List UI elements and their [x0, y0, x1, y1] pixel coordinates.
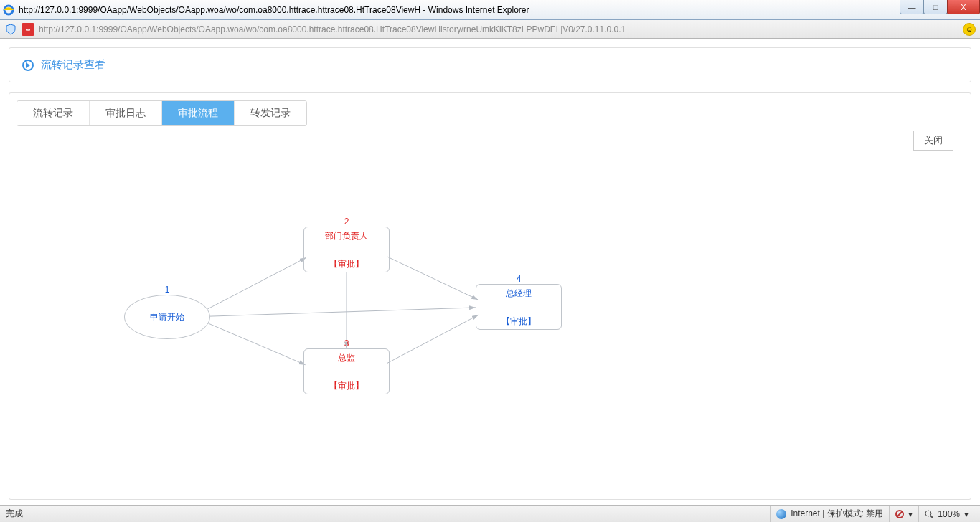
window-title: http://127.0.0.1:9999/OAapp/WebObjects/O… — [19, 5, 529, 15]
tab-1[interactable]: 审批日志 — [90, 101, 162, 125]
flow-node-action: 【审批】 — [304, 258, 389, 270]
svg-point-9 — [925, 511, 931, 516]
tab-2[interactable]: 审批流程 — [162, 101, 235, 125]
zoom-dropdown-icon[interactable]: ▾ — [964, 509, 969, 519]
flow-node-label: 总监 — [338, 352, 355, 364]
flow-node-action: 【审批】 — [476, 315, 561, 328]
tab-3[interactable]: 转发记录 — [235, 101, 306, 125]
maximize-button[interactable]: □ — [923, 0, 948, 14]
address-bar: ∞ http://127.0.0.1:9999/OAapp/WebObjects… — [0, 20, 980, 39]
svg-line-8 — [897, 511, 903, 517]
flow-node-label: 总经理 — [506, 288, 532, 300]
page-content: 流转记录查看 流转记录审批日志审批流程转发记录 关闭 1申请开始2部门负责人【审… — [0, 39, 980, 505]
tab-bar: 流转记录审批日志审批流程转发记录 — [17, 100, 307, 126]
window-title-app: - Windows Internet Explorer — [420, 5, 529, 15]
site-favicon-icon: ∞ — [22, 23, 34, 36]
panel-title: 流转记录查看 — [41, 58, 105, 72]
zoom-icon — [925, 510, 933, 518]
close-window-button[interactable]: X — [947, 0, 980, 14]
globe-icon — [776, 509, 786, 519]
svg-line-4 — [387, 257, 478, 300]
flow-node-number: 1 — [124, 285, 210, 295]
tab-0[interactable]: 流转记录 — [17, 101, 90, 125]
flow-node-label: 申请开始 — [150, 311, 184, 323]
panel-header: 流转记录查看 — [9, 47, 971, 82]
status-zone: Internet | 保护模式: 禁用 — [791, 508, 883, 520]
svg-line-5 — [387, 315, 479, 364]
flow-node-1[interactable]: 1申请开始 — [124, 295, 210, 339]
protected-mode-icon — [895, 510, 904, 518]
ie-icon — [3, 4, 14, 16]
status-zoom: 100% — [938, 509, 960, 519]
svg-line-10 — [930, 516, 933, 518]
flow-node-number: 4 — [476, 274, 562, 284]
flow-node-4[interactable]: 4总经理【审批】 — [476, 284, 562, 330]
play-circle-icon — [22, 60, 34, 71]
flow-node-number: 2 — [303, 217, 390, 227]
svg-line-1 — [207, 257, 306, 309]
svg-line-3 — [210, 308, 476, 316]
flow-node-2[interactable]: 2部门负责人【审批】 — [303, 227, 390, 272]
flow-node-action: 【审批】 — [304, 380, 389, 392]
minimize-button[interactable]: — — [900, 0, 924, 14]
content-card: 流转记录审批日志审批流程转发记录 关闭 1申请开始2部门负责人【审批】3总监【审… — [9, 92, 971, 500]
svg-line-2 — [208, 323, 305, 365]
flow-node-number: 3 — [303, 338, 390, 348]
status-left: 完成 — [6, 508, 23, 520]
flow-node-label: 部门负责人 — [325, 230, 368, 242]
security-shield-icon[interactable] — [4, 23, 17, 36]
smiley-icon[interactable]: ☺ — [963, 23, 976, 36]
flow-node-3[interactable]: 3总监【审批】 — [303, 348, 390, 394]
window-title-url: http://127.0.0.1:9999/OAapp/WebObjects/O… — [19, 5, 420, 15]
window-titlebar: http://127.0.0.1:9999/OAapp/WebObjects/O… — [0, 0, 980, 20]
status-bar: 完成 Internet | 保护模式: 禁用 ▾ 100% ▾ — [0, 505, 980, 522]
address-url[interactable]: http://127.0.0.1:9999/OAapp/WebObjects/O… — [39, 24, 958, 34]
status-gap: ▾ — [908, 509, 913, 519]
flowchart-area: 1申请开始2部门负责人【审批】3总监【审批】4总经理【审批】 — [17, 141, 963, 485]
